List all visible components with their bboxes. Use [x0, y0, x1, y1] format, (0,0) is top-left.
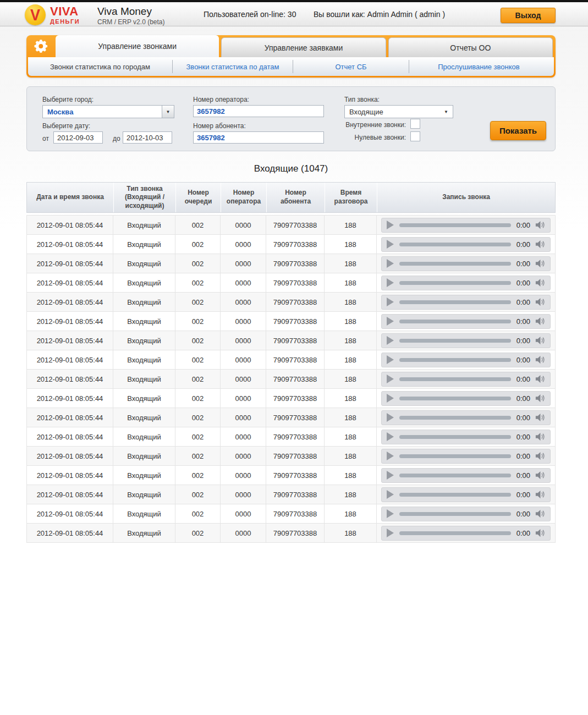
- audio-player[interactable]: 0:00: [381, 237, 551, 252]
- internal-calls-checkbox[interactable]: [410, 119, 420, 129]
- volume-icon[interactable]: [535, 432, 545, 441]
- date-label: Выберите дату:: [42, 122, 90, 130]
- progress-bar[interactable]: [399, 397, 511, 400]
- audio-player[interactable]: 0:00: [381, 526, 551, 541]
- volume-icon[interactable]: [535, 336, 545, 345]
- volume-icon[interactable]: [535, 471, 545, 480]
- audio-player[interactable]: 0:00: [381, 333, 551, 348]
- audio-player[interactable]: 0:00: [381, 218, 551, 233]
- volume-icon[interactable]: [535, 452, 545, 460]
- volume-icon[interactable]: [535, 413, 545, 422]
- play-icon[interactable]: [387, 278, 394, 287]
- progress-bar[interactable]: [399, 320, 511, 323]
- play-icon[interactable]: [387, 432, 394, 441]
- table-header-row: Дата и время звонка Тип звонка (Входящий…: [26, 182, 556, 213]
- subtab-calls-stats-by-city[interactable]: Звонки статистика по городам: [28, 57, 172, 76]
- city-select[interactable]: Москва: [42, 105, 162, 118]
- audio-player[interactable]: 0:00: [381, 353, 551, 367]
- cell-operator-number: 0000: [221, 312, 266, 331]
- volume-icon[interactable]: [535, 375, 545, 383]
- progress-bar[interactable]: [399, 454, 511, 458]
- play-icon[interactable]: [387, 317, 394, 326]
- play-icon[interactable]: [387, 471, 394, 480]
- volume-icon[interactable]: [535, 278, 545, 287]
- audio-player[interactable]: 0:00: [381, 256, 551, 271]
- volume-icon[interactable]: [535, 355, 545, 364]
- play-icon[interactable]: [387, 452, 394, 460]
- abonent-number-input[interactable]: [193, 131, 324, 144]
- audio-player[interactable]: 0:00: [381, 372, 551, 387]
- play-icon[interactable]: [387, 529, 394, 537]
- volume-icon[interactable]: [535, 221, 545, 229]
- volume-icon[interactable]: [535, 298, 545, 306]
- play-icon[interactable]: [387, 221, 394, 229]
- cell-recording: 0:00: [377, 216, 556, 234]
- progress-bar[interactable]: [399, 474, 511, 477]
- audio-player[interactable]: 0:00: [381, 314, 551, 329]
- play-icon[interactable]: [387, 355, 394, 364]
- audio-player[interactable]: 0:00: [381, 468, 551, 483]
- show-button[interactable]: Показать: [490, 121, 546, 140]
- tab-request-management[interactable]: Управление заявками: [221, 37, 386, 57]
- play-icon[interactable]: [387, 259, 394, 268]
- play-icon[interactable]: [387, 240, 394, 249]
- volume-icon[interactable]: [535, 509, 545, 518]
- audio-player[interactable]: 0:00: [381, 276, 551, 290]
- play-icon[interactable]: [387, 298, 394, 306]
- settings-button[interactable]: [28, 35, 54, 57]
- audio-player[interactable]: 0:00: [381, 391, 551, 406]
- audio-player[interactable]: 0:00: [381, 410, 551, 425]
- volume-icon[interactable]: [535, 240, 545, 249]
- cell-talk-time: 188: [325, 427, 377, 446]
- volume-icon[interactable]: [535, 394, 545, 403]
- volume-icon[interactable]: [535, 529, 545, 537]
- logout-button[interactable]: Выход: [501, 8, 556, 23]
- volume-icon[interactable]: [535, 490, 545, 499]
- audio-player[interactable]: 0:00: [381, 507, 551, 521]
- subtab-sb-report[interactable]: Отчет СБ: [293, 57, 409, 76]
- volume-icon[interactable]: [535, 259, 545, 268]
- cell-call-type: Входящий: [113, 254, 175, 273]
- call-type-select[interactable]: Входящие ▼: [344, 105, 453, 118]
- tab-oo-reports[interactable]: Отчеты ОО: [388, 37, 553, 57]
- date-from-input[interactable]: [53, 131, 103, 144]
- audio-player[interactable]: 0:00: [381, 487, 551, 502]
- cell-datetime: 2012-09-01 08:05:44: [26, 293, 113, 311]
- progress-bar[interactable]: [399, 262, 511, 266]
- progress-bar[interactable]: [399, 358, 511, 362]
- table-row: 2012-09-01 08:05:44 Входящий 002 0000 79…: [26, 293, 556, 312]
- progress-bar[interactable]: [399, 435, 511, 439]
- cell-call-type: Входящий: [113, 447, 175, 465]
- play-icon[interactable]: [387, 509, 394, 518]
- operator-number-input[interactable]: [193, 105, 324, 117]
- audio-player[interactable]: 0:00: [381, 430, 551, 444]
- play-icon[interactable]: [387, 375, 394, 383]
- progress-bar[interactable]: [399, 377, 511, 381]
- progress-bar[interactable]: [399, 512, 511, 516]
- progress-bar[interactable]: [399, 243, 511, 246]
- progress-bar[interactable]: [399, 300, 511, 304]
- play-icon[interactable]: [387, 490, 394, 499]
- date-to-input[interactable]: [123, 131, 172, 144]
- audio-player[interactable]: 0:00: [381, 295, 551, 310]
- column-header-recording: Запись звонка: [377, 183, 555, 212]
- progress-bar[interactable]: [399, 281, 511, 285]
- play-icon[interactable]: [387, 413, 394, 422]
- progress-bar[interactable]: [399, 339, 511, 343]
- play-icon[interactable]: [387, 336, 394, 345]
- cell-queue-number: 002: [175, 293, 221, 311]
- volume-icon[interactable]: [535, 317, 545, 326]
- progress-bar[interactable]: [399, 223, 511, 227]
- tab-call-management[interactable]: Управление звонками: [56, 35, 219, 57]
- play-icon[interactable]: [387, 394, 394, 403]
- progress-bar[interactable]: [399, 416, 511, 420]
- city-select-arrow-button[interactable]: ▼: [162, 105, 174, 118]
- progress-bar[interactable]: [399, 531, 511, 535]
- subtab-calls-stats-by-date[interactable]: Звонки статистика по датам: [173, 57, 293, 76]
- cell-talk-time: 188: [325, 254, 377, 273]
- subtab-call-listening[interactable]: Прослушивание звонков: [409, 57, 548, 76]
- audio-player[interactable]: 0:00: [381, 449, 551, 464]
- cell-recording: 0:00: [377, 370, 556, 388]
- progress-bar[interactable]: [399, 493, 511, 497]
- zero-calls-checkbox[interactable]: [410, 131, 420, 141]
